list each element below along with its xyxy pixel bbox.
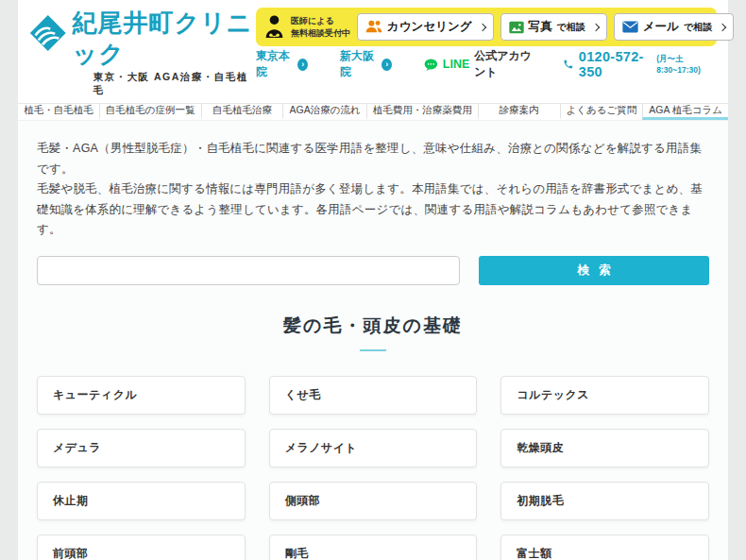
header: 紀尾井町クリニック 東京・大阪 AGA治療・自毛植毛 医師による 無料相 xyxy=(18,0,728,97)
consult-banner: 医師による 無料相談受付中 カウンセリング xyxy=(256,8,717,46)
nav-tab-7[interactable]: よくあるご質問 xyxy=(560,104,643,120)
term-card[interactable]: 休止期 xyxy=(37,482,246,520)
banner-label: 医師による 無料相談受付中 xyxy=(291,15,350,38)
term-card[interactable]: 富士額 xyxy=(500,535,709,560)
term-card[interactable]: メラノサイト xyxy=(269,429,478,467)
line-account-link[interactable]: LINE 公式アカウント xyxy=(424,48,536,80)
tokyo-clinic-label: 東京本院 xyxy=(256,48,293,80)
phone-number: 0120-572-350 xyxy=(579,49,652,79)
phone-contact[interactable]: 0120-572-350 (月〜土 8:30~17:30) xyxy=(563,49,717,79)
nav-tab-4[interactable]: AGA治療の流れ xyxy=(282,104,365,120)
intro-paragraph-2: 毛髪や脱毛、植毛治療に関する情報には専門用語が多く登場します。本用語集では、それ… xyxy=(37,179,709,241)
term-card[interactable]: 側頭部 xyxy=(269,482,478,520)
main-content: 毛髪・AGA（男性型脱毛症）・自毛植毛に関連する医学用語を整理し、意味や仕組み、… xyxy=(18,121,728,560)
nav-tab-6[interactable]: 診療案内 xyxy=(478,104,560,120)
term-card[interactable]: コルテックス xyxy=(500,376,709,415)
line-account-label: 公式アカウント xyxy=(474,48,536,80)
counseling-button[interactable]: カウンセリング xyxy=(357,13,494,41)
term-card[interactable]: メデュラ xyxy=(37,429,246,467)
logo-title: 紀尾井町クリニック xyxy=(73,8,256,69)
nav-tab-3[interactable]: 自毛植毛治療 xyxy=(201,104,283,120)
term-card[interactable]: 乾燥頭皮 xyxy=(500,429,709,467)
section-title-underline xyxy=(360,349,386,351)
mail-label: メール xyxy=(643,19,679,35)
doctor-icon xyxy=(263,14,286,40)
tokyo-clinic-link[interactable]: 東京本院 › xyxy=(256,48,308,80)
search-row: 検索 xyxy=(37,256,709,285)
term-card[interactable]: 初期脱毛 xyxy=(500,482,709,520)
doctor-label-group: 医師による 無料相談受付中 xyxy=(263,14,350,40)
chevron-right-icon xyxy=(478,23,485,30)
nav-tab-1[interactable]: 植毛・自毛植毛 xyxy=(18,104,99,120)
intro-block: 毛髪・AGA（男性型脱毛症）・自毛植毛に関連する医学用語を整理し、意味や仕組み、… xyxy=(37,139,709,241)
counseling-label: カウンセリング xyxy=(387,19,472,35)
mail-icon xyxy=(622,21,638,33)
people-icon xyxy=(365,20,382,34)
line-icon xyxy=(424,57,438,73)
term-card[interactable]: 前頭部 xyxy=(37,535,246,560)
term-card[interactable]: 剛毛 xyxy=(269,535,478,560)
photo-icon xyxy=(509,21,524,34)
intro-paragraph-1: 毛髪・AGA（男性型脱毛症）・自毛植毛に関連する医学用語を整理し、意味や仕組み、… xyxy=(37,139,709,179)
page-container: 紀尾井町クリニック 東京・大阪 AGA治療・自毛植毛 医師による 無料相 xyxy=(18,0,728,560)
header-right: 医師による 無料相談受付中 カウンセリング xyxy=(256,8,717,97)
chevron-right-icon xyxy=(592,23,600,30)
line-brand-label: LINE xyxy=(443,58,469,71)
section-title: 髪の毛・頭皮の基礎 xyxy=(37,314,709,338)
arrow-circle-icon: › xyxy=(297,59,308,71)
nav-tab-5[interactable]: 植毛費用・治療薬費用 xyxy=(366,104,478,120)
term-card[interactable]: キューティクル xyxy=(37,376,246,415)
clinic-logo[interactable]: 紀尾井町クリニック 東京・大阪 AGA治療・自毛植毛 xyxy=(29,8,256,97)
photo-label: 写真 xyxy=(529,19,552,35)
photo-consult-button[interactable]: 写真 で相談 xyxy=(500,13,607,41)
mail-label-suffix: で相談 xyxy=(684,21,712,34)
section-head: 髪の毛・頭皮の基礎 xyxy=(37,314,709,351)
phone-icon xyxy=(563,58,574,71)
chevron-right-icon xyxy=(719,23,726,30)
main-nav: 植毛・自毛植毛 自毛植毛の症例一覧 自毛植毛治療 AGA治療の流れ 植毛費用・治… xyxy=(18,103,728,121)
shin-osaka-clinic-label: 新大阪院 xyxy=(340,48,377,80)
term-card[interactable]: くせ毛 xyxy=(269,376,478,415)
search-input[interactable] xyxy=(37,256,460,285)
phone-hours: (月〜土 8:30~17:30) xyxy=(656,54,717,75)
logo-tagline: 東京・大阪 AGA治療・自毛植毛 xyxy=(73,71,256,97)
shin-osaka-clinic-link[interactable]: 新大阪院 › xyxy=(340,48,392,80)
logo-text: 紀尾井町クリニック 東京・大阪 AGA治療・自毛植毛 xyxy=(73,8,256,97)
nav-tab-2[interactable]: 自毛植毛の症例一覧 xyxy=(99,104,201,120)
header-sub-row: 東京本院 › 新大阪院 › LINE 公式アカウント xyxy=(256,55,717,74)
photo-label-suffix: で相談 xyxy=(557,21,585,34)
mail-consult-button[interactable]: メール で相談 xyxy=(614,13,734,41)
nav-tab-8-active[interactable]: AGA 植毛コラム xyxy=(642,104,728,120)
arrow-circle-icon: › xyxy=(381,59,392,71)
logo-mark-icon xyxy=(29,9,67,57)
terms-grid: キューティクル くせ毛 コルテックス メデュラ メラノサイト 乾燥頭皮 休止期 … xyxy=(37,376,709,560)
search-button[interactable]: 検索 xyxy=(479,256,709,285)
